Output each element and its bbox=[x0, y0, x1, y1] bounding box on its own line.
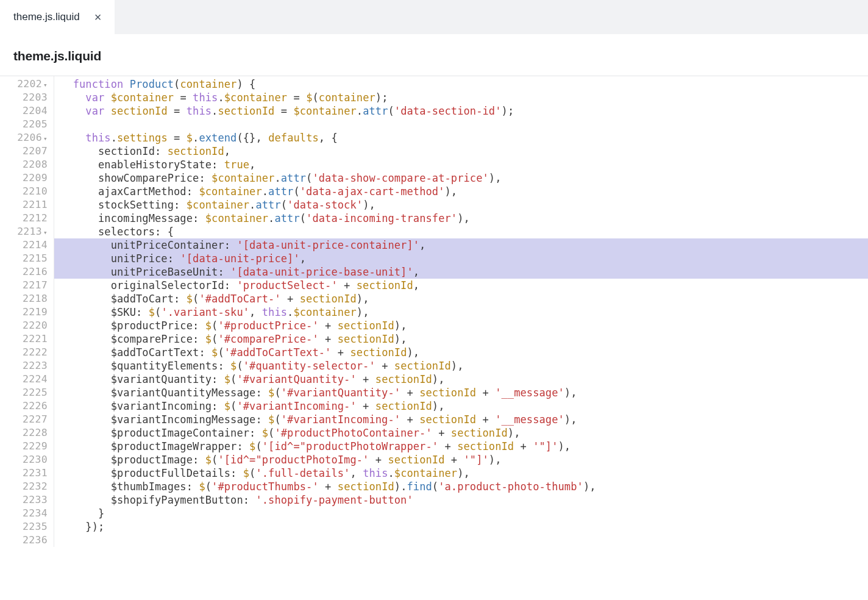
gutter-line[interactable]: 2225 bbox=[0, 386, 48, 399]
code-line[interactable]: selectors: { bbox=[54, 225, 868, 238]
gutter-line[interactable]: 2224 bbox=[0, 373, 48, 386]
code-line[interactable]: $shopifyPaymentButton: '.shopify-payment… bbox=[54, 493, 868, 507]
gutter-line[interactable]: 2220 bbox=[0, 319, 48, 332]
gutter-line[interactable]: 2213▾ bbox=[0, 225, 48, 238]
code-line[interactable]: $variantIncoming: $('#variantIncoming-' … bbox=[54, 399, 868, 413]
gutter-line[interactable]: 2216 bbox=[0, 265, 48, 279]
gutter-line[interactable]: 2215 bbox=[0, 252, 48, 265]
code-line[interactable]: $variantQuantity: $('#variantQuantity-' … bbox=[54, 373, 868, 386]
gutter-line[interactable]: 2208 bbox=[0, 158, 48, 171]
code-line[interactable]: $comparePrice: $('#comparePrice-' + sect… bbox=[54, 332, 868, 346]
code-line[interactable]: $addToCartText: $('#addToCartText-' + se… bbox=[54, 346, 868, 359]
code-line[interactable]: var sectionId = this.sectionId = $contai… bbox=[54, 104, 868, 118]
gutter-line[interactable]: 2209 bbox=[0, 171, 48, 185]
code-line[interactable]: $variantQuantityMessage: $('#variantQuan… bbox=[54, 386, 868, 399]
code-line[interactable]: }); bbox=[54, 520, 868, 534]
code-line[interactable]: $productPrice: $('#productPrice-' + sect… bbox=[54, 319, 868, 332]
gutter-line[interactable]: 2203 bbox=[0, 91, 48, 104]
editor-root: theme.js.liquid × theme.js.liquid 2202▾2… bbox=[0, 0, 868, 547]
tab-label: theme.js.liquid bbox=[13, 11, 80, 23]
tab-bar: theme.js.liquid × bbox=[0, 0, 868, 34]
code-line[interactable]: stockSetting: $container.attr('data-stoc… bbox=[54, 198, 868, 212]
gutter-line[interactable]: 2212 bbox=[0, 212, 48, 225]
gutter-line[interactable]: 2227 bbox=[0, 413, 48, 426]
gutter-line[interactable]: 2206▾ bbox=[0, 131, 48, 145]
code-line[interactable]: incomingMessage: $container.attr('data-i… bbox=[54, 212, 868, 225]
code-line[interactable]: unitPrice: '[data-unit-price]', bbox=[54, 252, 868, 265]
gutter[interactable]: 2202▾2203220422052206▾220722082209221022… bbox=[0, 76, 54, 547]
code-content[interactable]: function Product(container) { var $conta… bbox=[54, 76, 868, 547]
gutter-line[interactable]: 2202▾ bbox=[0, 77, 48, 91]
gutter-line[interactable]: 2232 bbox=[0, 480, 48, 493]
gutter-line[interactable]: 2221 bbox=[0, 332, 48, 346]
gutter-line[interactable]: 2223 bbox=[0, 359, 48, 373]
code-line[interactable]: $variantIncomingMessage: $('#variantInco… bbox=[54, 413, 868, 426]
code-line[interactable]: $addToCart: $('#addToCart-' + sectionId)… bbox=[54, 292, 868, 305]
gutter-line[interactable]: 2219 bbox=[0, 305, 48, 319]
tab-active[interactable]: theme.js.liquid × bbox=[0, 0, 115, 34]
gutter-line[interactable]: 2230 bbox=[0, 453, 48, 466]
code-line[interactable]: $productFullDetails: $('.full-details', … bbox=[54, 466, 868, 480]
gutter-line[interactable]: 2236 bbox=[0, 534, 48, 547]
code-line[interactable]: enableHistoryState: true, bbox=[54, 158, 868, 171]
code-line[interactable]: $thumbImages: $('#productThumbs-' + sect… bbox=[54, 480, 868, 493]
gutter-line[interactable]: 2222 bbox=[0, 346, 48, 359]
gutter-line[interactable]: 2234 bbox=[0, 507, 48, 520]
code-line[interactable]: $quantityElements: $('#quantity-selector… bbox=[54, 359, 868, 373]
gutter-line[interactable]: 2217 bbox=[0, 279, 48, 292]
gutter-line[interactable]: 2229 bbox=[0, 440, 48, 453]
gutter-line[interactable]: 2210 bbox=[0, 185, 48, 198]
gutter-line[interactable]: 2218 bbox=[0, 292, 48, 305]
code-area: 2202▾2203220422052206▾220722082209221022… bbox=[0, 76, 868, 547]
gutter-line[interactable]: 2228 bbox=[0, 426, 48, 440]
code-line[interactable]: unitPriceContainer: '[data-unit-price-co… bbox=[54, 238, 868, 252]
code-line[interactable]: $SKU: $('.variant-sku', this.$container)… bbox=[54, 305, 868, 319]
code-line[interactable]: } bbox=[54, 507, 868, 520]
gutter-line[interactable]: 2204 bbox=[0, 104, 48, 118]
file-title: theme.js.liquid bbox=[0, 34, 868, 76]
fold-arrow-icon[interactable]: ▾ bbox=[43, 229, 48, 237]
code-line[interactable]: ajaxCartMethod: $container.attr('data-aj… bbox=[54, 185, 868, 198]
gutter-line[interactable]: 2231 bbox=[0, 466, 48, 480]
code-line[interactable] bbox=[54, 118, 868, 131]
code-line[interactable]: this.settings = $.extend({}, defaults, { bbox=[54, 131, 868, 145]
gutter-line[interactable]: 2233 bbox=[0, 493, 48, 507]
gutter-line[interactable]: 2235 bbox=[0, 520, 48, 534]
gutter-line[interactable]: 2226 bbox=[0, 399, 48, 413]
code-line[interactable]: $productImage: $('[id^="productPhotoImg-… bbox=[54, 453, 868, 466]
code-line[interactable]: sectionId: sectionId, bbox=[54, 145, 868, 158]
close-icon[interactable]: × bbox=[94, 11, 102, 23]
gutter-line[interactable]: 2211 bbox=[0, 198, 48, 212]
code-line[interactable]: var $container = this.$container = $(con… bbox=[54, 91, 868, 104]
code-line[interactable]: $productImageWrapper: $('[id^="productPh… bbox=[54, 440, 868, 453]
code-line[interactable]: originalSelectorId: 'productSelect-' + s… bbox=[54, 279, 868, 292]
code-line[interactable]: showComparePrice: $container.attr('data-… bbox=[54, 171, 868, 185]
code-line[interactable]: unitPriceBaseUnit: '[data-unit-price-bas… bbox=[54, 265, 868, 279]
fold-arrow-icon[interactable]: ▾ bbox=[43, 135, 48, 143]
gutter-line[interactable]: 2214 bbox=[0, 238, 48, 252]
fold-arrow-icon[interactable]: ▾ bbox=[43, 81, 48, 89]
gutter-line[interactable]: 2207 bbox=[0, 145, 48, 158]
code-line[interactable]: $productImageContainer: $('#productPhoto… bbox=[54, 426, 868, 440]
gutter-line[interactable]: 2205 bbox=[0, 118, 48, 131]
code-line[interactable]: function Product(container) { bbox=[54, 77, 868, 91]
code-line[interactable] bbox=[54, 534, 868, 547]
